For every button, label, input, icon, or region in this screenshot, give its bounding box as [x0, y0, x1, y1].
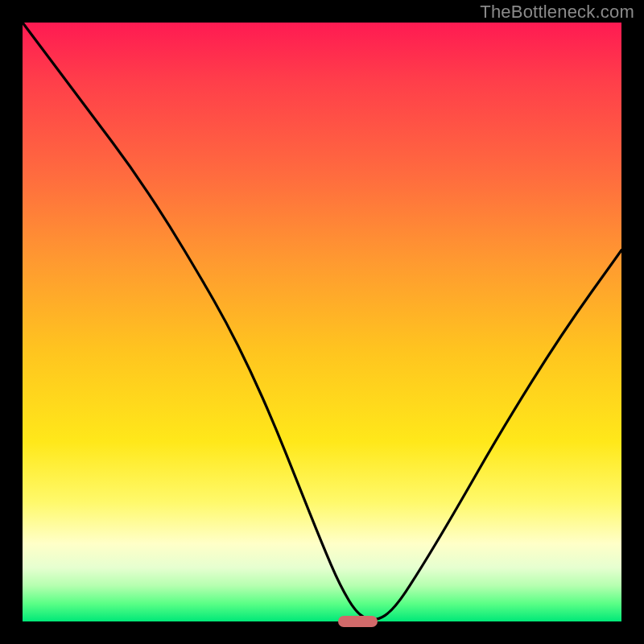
bottleneck-curve	[23, 23, 621, 621]
chart-frame: TheBottleneck.com	[0, 0, 644, 644]
optimal-marker	[338, 616, 377, 627]
watermark-text: TheBottleneck.com	[480, 2, 634, 23]
curve-path	[23, 23, 621, 620]
plot-area	[23, 23, 621, 621]
